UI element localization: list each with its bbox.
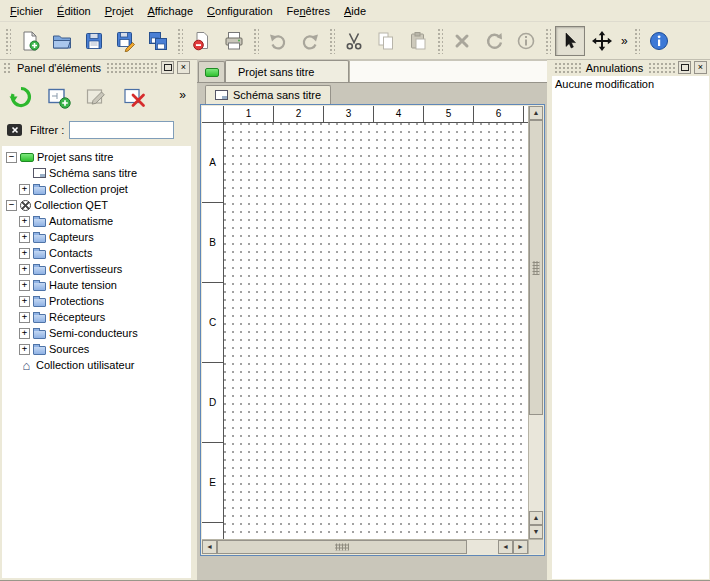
elements-panel-float-button[interactable] xyxy=(161,61,174,74)
scroll-right-button[interactable]: ► xyxy=(513,540,528,554)
tree-item[interactable]: + Collection projet xyxy=(2,181,191,197)
menu-configuration[interactable]: Configuration xyxy=(200,2,279,20)
scroll-up-button[interactable]: ▲ xyxy=(529,106,543,120)
menu-projet[interactable]: Projet xyxy=(98,2,141,20)
tree-item[interactable]: − Projet sans titre xyxy=(2,149,191,165)
toolbar-drag-handle[interactable] xyxy=(634,28,640,54)
tree-expander-icon[interactable]: + xyxy=(19,248,30,259)
save-all-button[interactable] xyxy=(143,26,173,56)
home-icon: ⌂ xyxy=(20,360,33,371)
dock-handle-dots[interactable] xyxy=(3,62,12,73)
open-project-button[interactable] xyxy=(47,26,77,56)
print-button[interactable] xyxy=(219,26,249,56)
tree-item[interactable]: + Capteurs xyxy=(2,229,191,245)
scroll-left-button[interactable]: ◄ xyxy=(202,540,217,554)
tree-item[interactable]: ⌂ Collection utilisateur xyxy=(2,357,191,373)
reload-collections-button[interactable] xyxy=(6,82,36,112)
copy-icon xyxy=(375,30,397,52)
schema-canvas[interactable]: 123456 ABCDE xyxy=(202,106,528,539)
undo-panel-float-button[interactable] xyxy=(678,61,691,74)
tree-item[interactable]: + Semi-conducteurs xyxy=(2,325,191,341)
toolbar-drag-handle[interactable] xyxy=(545,28,551,54)
tree-expander-icon[interactable]: + xyxy=(19,232,30,243)
tree-expander-icon[interactable]: − xyxy=(6,200,17,211)
scroll-left-button-2[interactable]: ◄ xyxy=(498,540,513,554)
tree-item[interactable]: − Collection QET xyxy=(2,197,191,213)
dock-handle-dots[interactable] xyxy=(106,62,158,73)
toolbar-drag-handle[interactable] xyxy=(253,28,259,54)
delete-element-button[interactable] xyxy=(120,82,150,112)
dock-handle-dots[interactable] xyxy=(554,62,581,73)
paste-icon xyxy=(407,30,429,52)
tree-item[interactable]: + Convertisseurs xyxy=(2,261,191,277)
save-as-button[interactable] xyxy=(111,26,141,56)
clear-filter-button[interactable] xyxy=(5,121,25,139)
clear-filter-icon xyxy=(6,122,24,138)
horizontal-scrollbar[interactable]: ◄ ◄ ► xyxy=(202,539,528,554)
elements-toolbar-overflow-chevron[interactable]: » xyxy=(176,88,189,102)
new-element-button[interactable] xyxy=(44,82,74,112)
column-header: 1 xyxy=(224,106,274,122)
column-header: 2 xyxy=(274,106,324,122)
tree-item[interactable]: + Automatisme xyxy=(2,213,191,229)
new-document-button[interactable] xyxy=(15,26,45,56)
tree-item-label: Collection projet xyxy=(49,183,128,195)
hscroll-track[interactable] xyxy=(467,540,498,554)
close-project-button[interactable] xyxy=(187,26,217,56)
schema-icon xyxy=(33,168,46,178)
project-icon-tab[interactable] xyxy=(198,61,225,82)
menu-aide[interactable]: Aide xyxy=(337,2,373,20)
toolbar-drag-handle[interactable] xyxy=(177,28,183,54)
cut-button[interactable] xyxy=(339,26,369,56)
schema-tab[interactable]: Schéma sans titre xyxy=(205,85,331,104)
tree-expander-icon[interactable]: + xyxy=(19,280,30,291)
hscroll-thumb[interactable] xyxy=(217,540,467,554)
tree-item[interactable]: + Contacts xyxy=(2,245,191,261)
tree-item[interactable]: Schéma sans titre xyxy=(2,165,191,181)
undo-icon xyxy=(267,30,289,52)
tree-expander-icon[interactable]: + xyxy=(19,344,30,355)
menu-edition[interactable]: Édition xyxy=(50,2,98,20)
dock-handle-dots[interactable] xyxy=(648,62,675,73)
menu-bar: Fichier Édition Projet Affichage Configu… xyxy=(0,0,710,22)
undo-list-item[interactable]: Aucune modification xyxy=(552,76,709,92)
tree-expander-icon[interactable]: + xyxy=(19,184,30,195)
tree-item-label: Automatisme xyxy=(49,215,113,227)
tree-item[interactable]: + Protections xyxy=(2,293,191,309)
menu-affichage[interactable]: Affichage xyxy=(140,2,200,20)
undo-panel-close-button[interactable]: × xyxy=(694,61,707,74)
scroll-up-button-2[interactable]: ▲ xyxy=(529,511,543,525)
tree-item-label: Schéma sans titre xyxy=(49,167,137,179)
tree-expander-icon[interactable]: + xyxy=(19,328,30,339)
project-tab[interactable]: Projet sans titre xyxy=(225,60,349,82)
menu-fenetres[interactable]: Fenêtres xyxy=(280,2,337,20)
vscroll-thumb[interactable] xyxy=(529,120,543,415)
vertical-scrollbar[interactable]: ▲ ▲ ▼ xyxy=(528,106,543,539)
tree-item[interactable]: + Haute tension xyxy=(2,277,191,293)
filter-input[interactable] xyxy=(69,121,174,139)
about-qet-button[interactable] xyxy=(644,26,674,56)
toolbar-drag-handle[interactable] xyxy=(5,28,11,54)
save-button[interactable] xyxy=(79,26,109,56)
tree-expander-icon[interactable]: + xyxy=(19,296,30,307)
scrollbar-corner xyxy=(528,539,543,554)
copy-button xyxy=(371,26,401,56)
tree-expander-icon[interactable]: + xyxy=(19,264,30,275)
menu-fichier[interactable]: Fichier xyxy=(3,2,50,20)
selection-mode-button[interactable] xyxy=(555,26,585,56)
elements-panel-close-button[interactable]: × xyxy=(177,61,190,74)
elements-panel-title: Panel d'éléments xyxy=(15,62,103,74)
tree-item[interactable]: + Sources xyxy=(2,341,191,357)
vscroll-track[interactable] xyxy=(529,415,543,511)
toolbar-drag-handle[interactable] xyxy=(437,28,443,54)
grid-canvas[interactable] xyxy=(224,123,528,539)
tree-expander-icon[interactable]: − xyxy=(6,152,17,163)
scroll-down-button[interactable]: ▼ xyxy=(529,525,543,539)
toolbar-drag-handle[interactable] xyxy=(329,28,335,54)
toolbar-overflow-chevron[interactable]: » xyxy=(618,34,631,48)
pan-mode-button[interactable] xyxy=(587,26,617,56)
folder-icon xyxy=(33,234,46,243)
tree-expander-icon[interactable]: + xyxy=(19,312,30,323)
tree-item[interactable]: + Récepteurs xyxy=(2,309,191,325)
tree-expander-icon[interactable]: + xyxy=(19,216,30,227)
